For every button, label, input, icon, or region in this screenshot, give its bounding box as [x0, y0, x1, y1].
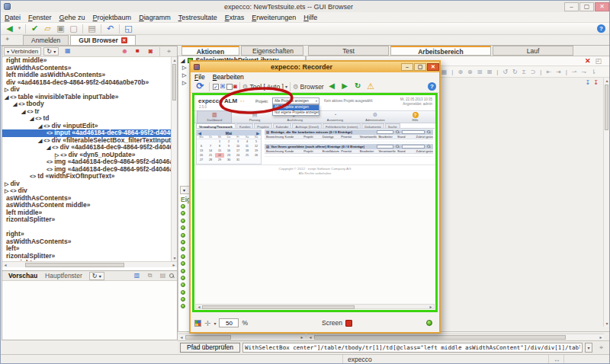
diagram-tool-icon[interactable]: ⊕: [458, 69, 463, 75]
recorder-help-icon[interactable]: ?: [428, 82, 436, 91]
recorder-maximize-button[interactable]: ▢: [414, 63, 426, 71]
tree-vertical-scrollbar[interactable]: ▴ ▾: [171, 57, 177, 261]
diagram-tool-icon[interactable]: ⊠: [486, 69, 492, 75]
mid-horizontal-scrollbar[interactable]: ◂ ▸: [178, 334, 305, 340]
tree-expander-icon[interactable]: ▷ <>: [5, 188, 17, 193]
alm-tab[interactable]: Dokumente: [361, 123, 384, 128]
column-header[interactable]: Stand: [396, 135, 415, 139]
column-header[interactable]: Bezeichnung: [265, 149, 284, 153]
step-into-icon[interactable]: ↧: [586, 79, 591, 86]
tree-node[interactable]: ▷div: [2, 180, 172, 188]
tree-node[interactable]: div «4ad46184-dec9-4864-95f2-d4046a0be70…: [2, 79, 172, 87]
menu-item[interactable]: Testresultate: [175, 13, 221, 22]
calendar-next-icon[interactable]: ▶: [256, 131, 259, 136]
calendar-day[interactable]: 31: [233, 158, 242, 162]
diagram-tool-icon[interactable]: ⊞: [477, 69, 483, 75]
zoom-dropdown-icon[interactable]: ▾: [214, 321, 216, 326]
xpath-input[interactable]: [242, 343, 583, 353]
inspect-element-icon[interactable]: ⌖: [163, 46, 175, 57]
column-header[interactable]: Bezeichnung: [265, 135, 284, 139]
tab-hauptfenster[interactable]: Hauptfenster: [41, 272, 86, 279]
tree-expander-icon[interactable]: ◢ <>: [38, 123, 50, 129]
column-header[interactable]: Erstelldatum: [321, 149, 340, 153]
tool-select-button[interactable]: Tool [ Auto ]: [249, 83, 283, 91]
save-icon[interactable]: ▣: [55, 23, 66, 34]
reload-web-icon[interactable]: ⟳: [194, 81, 206, 92]
menu-item[interactable]: Erweiterungen: [248, 13, 300, 22]
tree-view-icon[interactable]: [194, 320, 201, 327]
close-button[interactable]: ✕: [595, 2, 609, 11]
diagram-tool-icon[interactable]: ⇤: [546, 69, 551, 75]
column-header[interactable]: Priorität: [339, 149, 358, 153]
calendar-day[interactable]: [242, 158, 252, 162]
xpath-locate-icon[interactable]: ⌖: [596, 342, 607, 353]
tab-arbeitsbereich[interactable]: Arbeitsbereich: [390, 46, 491, 56]
alm-nav-item[interactable]: ⚙ Administration: [358, 111, 393, 123]
table1-filter-box[interactable]: [377, 130, 393, 134]
column-header[interactable]: Bearbeiter: [358, 149, 377, 153]
alm-tab[interactable]: Kunden: [236, 123, 253, 128]
tab-vorschau[interactable]: Vorschau: [5, 272, 41, 279]
preview-list-icon[interactable]: ▤: [157, 270, 169, 282]
column-header[interactable]: Zuletzt geändert: [415, 135, 434, 139]
help-icon[interactable]: ?: [597, 24, 605, 33]
preview-zoom-icon[interactable]: [169, 273, 175, 279]
back-icon[interactable]: ◀: [4, 23, 15, 34]
stop-icon[interactable]: ■: [132, 46, 143, 57]
preview-window-icon[interactable]: ⧉: [144, 270, 156, 282]
nav-back-icon[interactable]: ◀: [326, 81, 338, 92]
tree-expander-icon[interactable]: <>: [47, 130, 53, 136]
tree-expander-icon[interactable]: ◢ <>: [21, 109, 34, 114]
alm-nav-item[interactable]: ? Hilfe: [398, 111, 433, 123]
menu-item[interactable]: Hilfe: [300, 13, 321, 22]
alm-tab[interactable]: Projekte: [254, 123, 271, 128]
record-user-icon[interactable]: ☻: [119, 46, 130, 57]
alm-nav-item[interactable]: ▤ Planung: [237, 111, 272, 123]
tree-expander-icon[interactable]: <>: [30, 174, 36, 179]
tree-expander-icon[interactable]: ◢ <>: [38, 138, 50, 143]
diagram-tool-icon[interactable]: |: [451, 69, 453, 75]
alm-nav-item[interactable]: ◔ Auswertung: [317, 111, 352, 123]
recorder-minimize-button[interactable]: –: [401, 63, 413, 71]
browser-button[interactable]: Browser: [300, 83, 324, 91]
zoom-input[interactable]: [219, 318, 239, 327]
table1-search-icon2[interactable]: [427, 130, 431, 134]
capture-horizontal-scrollbar[interactable]: ◂ ▸: [195, 304, 435, 309]
alm-tab[interactable]: Suche: [385, 123, 400, 128]
undo-icon[interactable]: ↶: [104, 23, 116, 34]
tree-node[interactable]: rizontalSplitter»: [2, 216, 172, 224]
maximize-button[interactable]: ▢: [580, 2, 594, 11]
column-header[interactable]: Projekt: [302, 149, 321, 153]
recorder-close-button[interactable]: ✕: [427, 63, 439, 71]
camera-icon[interactable]: ◙: [145, 46, 156, 57]
calendar-day[interactable]: [252, 158, 261, 162]
connect-button[interactable]: ▾ Verbinden: [4, 47, 41, 56]
menu-item[interactable]: Datei: [1, 13, 24, 22]
diagram-tool-icon[interactable]: |: [540, 69, 541, 75]
tree-node[interactable]: asWidthAsContents»: [2, 238, 172, 246]
diagram-tool-icon[interactable]: ↻: [512, 69, 518, 75]
refresh-button[interactable]: ↻ ▾: [43, 47, 59, 56]
tab-test[interactable]: Test: [308, 46, 389, 56]
tree-expander-icon[interactable]: ▷: [5, 181, 8, 187]
calendar-day[interactable]: 27: [197, 158, 206, 162]
new-page-icon[interactable]: ▢: [68, 23, 79, 34]
diagram-tool-icon[interactable]: ▦: [441, 69, 448, 75]
table2-filter-box[interactable]: [377, 145, 393, 148]
tree-expander-icon[interactable]: ◢ <>: [30, 116, 42, 121]
column-header[interactable]: Verantwortlich: [377, 149, 396, 153]
calendar-day[interactable]: 30: [224, 158, 233, 162]
menu-item[interactable]: Projektbaum: [89, 13, 136, 22]
step-stop-icon[interactable]: ↧: [593, 79, 599, 86]
tree-expander-icon[interactable]: ◢ <>: [47, 145, 59, 150]
project-combobox[interactable]: Alle Projekte anzeigen ▾: [272, 97, 319, 104]
diagram-tool-icon[interactable]: ⊃: [531, 69, 536, 75]
snapshot-icon[interactable]: ◱: [123, 23, 134, 34]
recorder-capture-area[interactable]: expecco ALM ⇔ 2.5.0 Projekt: Alle Projek…: [192, 93, 438, 312]
tab-gui-browser[interactable]: GUI Browser✕: [70, 35, 136, 45]
calendar-prev-icon[interactable]: ◀: [198, 131, 201, 136]
workspace-horizontal-scrollbar[interactable]: ◂ ▸: [307, 334, 604, 340]
tab-eigenschaften[interactable]: Eigenschaften: [241, 46, 303, 56]
alm-tab[interactable]: Kalender: [273, 123, 292, 128]
pin-icon[interactable]: ✦: [2, 34, 13, 46]
